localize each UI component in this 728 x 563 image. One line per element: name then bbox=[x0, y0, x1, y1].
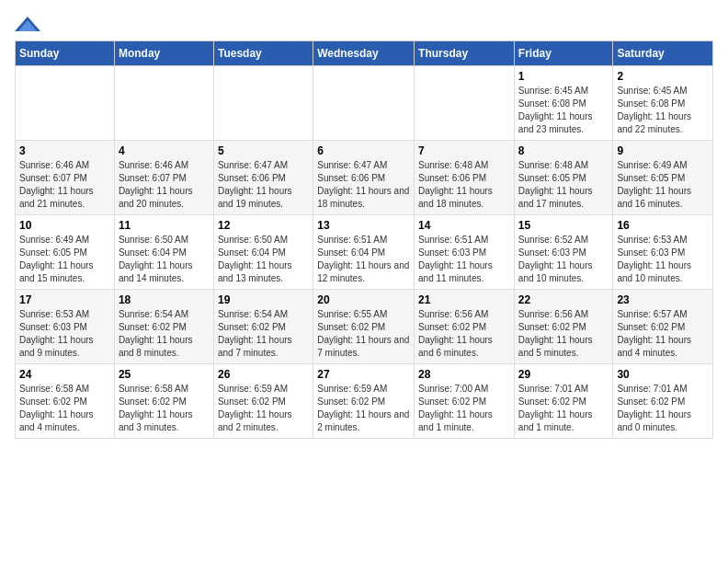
day-number: 4 bbox=[119, 144, 210, 157]
day-number: 22 bbox=[518, 293, 609, 306]
day-number: 25 bbox=[119, 368, 210, 381]
calendar-cell: 20Sunrise: 6:55 AM Sunset: 6:02 PM Dayli… bbox=[313, 290, 415, 364]
page-header bbox=[15, 15, 713, 33]
calendar-cell bbox=[213, 66, 313, 141]
day-info: Sunrise: 6:52 AM Sunset: 6:03 PM Dayligh… bbox=[518, 234, 609, 285]
day-info: Sunrise: 6:47 AM Sunset: 6:06 PM Dayligh… bbox=[317, 159, 410, 211]
calendar-cell: 29Sunrise: 7:01 AM Sunset: 6:02 PM Dayli… bbox=[514, 364, 613, 439]
day-number: 2 bbox=[617, 70, 709, 83]
day-info: Sunrise: 6:50 AM Sunset: 6:04 PM Dayligh… bbox=[218, 234, 309, 285]
day-number: 23 bbox=[617, 293, 709, 306]
day-number: 14 bbox=[418, 219, 510, 232]
day-info: Sunrise: 6:56 AM Sunset: 6:02 PM Dayligh… bbox=[518, 308, 609, 360]
weekday-header-tuesday: Tuesday bbox=[213, 41, 313, 66]
day-info: Sunrise: 6:47 AM Sunset: 6:06 PM Dayligh… bbox=[218, 159, 309, 211]
calendar-cell: 8Sunrise: 6:48 AM Sunset: 6:05 PM Daylig… bbox=[514, 141, 613, 215]
day-number: 26 bbox=[218, 368, 309, 381]
day-number: 27 bbox=[317, 368, 410, 381]
calendar-cell: 4Sunrise: 6:46 AM Sunset: 6:07 PM Daylig… bbox=[114, 141, 213, 215]
day-info: Sunrise: 6:45 AM Sunset: 6:08 PM Dayligh… bbox=[518, 85, 609, 136]
calendar-week-row: 3Sunrise: 6:46 AM Sunset: 6:07 PM Daylig… bbox=[16, 141, 713, 215]
day-number: 28 bbox=[418, 368, 510, 381]
calendar-cell: 7Sunrise: 6:48 AM Sunset: 6:06 PM Daylig… bbox=[415, 141, 515, 215]
day-info: Sunrise: 6:57 AM Sunset: 6:02 PM Dayligh… bbox=[617, 308, 709, 360]
weekday-header-thursday: Thursday bbox=[415, 41, 515, 66]
calendar-cell: 11Sunrise: 6:50 AM Sunset: 6:04 PM Dayli… bbox=[114, 215, 213, 290]
day-number: 10 bbox=[19, 219, 110, 232]
day-info: Sunrise: 7:01 AM Sunset: 6:02 PM Dayligh… bbox=[518, 383, 609, 434]
weekday-header-wednesday: Wednesday bbox=[313, 41, 415, 66]
calendar-cell: 19Sunrise: 6:54 AM Sunset: 6:02 PM Dayli… bbox=[213, 290, 313, 364]
day-info: Sunrise: 6:56 AM Sunset: 6:02 PM Dayligh… bbox=[418, 308, 510, 360]
calendar-cell: 16Sunrise: 6:53 AM Sunset: 6:03 PM Dayli… bbox=[613, 215, 713, 290]
day-number: 6 bbox=[317, 144, 410, 157]
calendar-week-row: 1Sunrise: 6:45 AM Sunset: 6:08 PM Daylig… bbox=[16, 66, 713, 141]
weekday-header-saturday: Saturday bbox=[613, 41, 713, 66]
weekday-header-monday: Monday bbox=[114, 41, 213, 66]
day-info: Sunrise: 6:59 AM Sunset: 6:02 PM Dayligh… bbox=[218, 383, 309, 434]
calendar-cell: 14Sunrise: 6:51 AM Sunset: 6:03 PM Dayli… bbox=[415, 215, 515, 290]
calendar-week-row: 10Sunrise: 6:49 AM Sunset: 6:05 PM Dayli… bbox=[16, 215, 713, 290]
day-number: 17 bbox=[19, 293, 110, 306]
calendar-cell: 26Sunrise: 6:59 AM Sunset: 6:02 PM Dayli… bbox=[213, 364, 313, 439]
day-number: 21 bbox=[418, 293, 510, 306]
day-number: 24 bbox=[19, 368, 110, 381]
day-number: 29 bbox=[518, 368, 609, 381]
weekday-header-friday: Friday bbox=[514, 41, 613, 66]
calendar-cell: 28Sunrise: 7:00 AM Sunset: 6:02 PM Dayli… bbox=[415, 364, 515, 439]
day-info: Sunrise: 6:55 AM Sunset: 6:02 PM Dayligh… bbox=[317, 308, 410, 360]
day-info: Sunrise: 6:48 AM Sunset: 6:06 PM Dayligh… bbox=[418, 159, 510, 211]
day-number: 30 bbox=[617, 368, 709, 381]
calendar-cell: 30Sunrise: 7:01 AM Sunset: 6:02 PM Dayli… bbox=[613, 364, 713, 439]
day-info: Sunrise: 6:53 AM Sunset: 6:03 PM Dayligh… bbox=[617, 234, 709, 285]
calendar-cell: 22Sunrise: 6:56 AM Sunset: 6:02 PM Dayli… bbox=[514, 290, 613, 364]
day-info: Sunrise: 6:46 AM Sunset: 6:07 PM Dayligh… bbox=[119, 159, 210, 211]
calendar-table: SundayMondayTuesdayWednesdayThursdayFrid… bbox=[15, 40, 713, 439]
logo-icon bbox=[15, 15, 40, 33]
day-number: 11 bbox=[119, 219, 210, 232]
calendar-cell bbox=[114, 66, 213, 141]
day-number: 15 bbox=[518, 219, 609, 232]
day-number: 20 bbox=[317, 293, 410, 306]
day-info: Sunrise: 6:51 AM Sunset: 6:03 PM Dayligh… bbox=[418, 234, 510, 285]
calendar-cell: 17Sunrise: 6:53 AM Sunset: 6:03 PM Dayli… bbox=[16, 290, 115, 364]
calendar-cell: 12Sunrise: 6:50 AM Sunset: 6:04 PM Dayli… bbox=[213, 215, 313, 290]
calendar-cell: 5Sunrise: 6:47 AM Sunset: 6:06 PM Daylig… bbox=[213, 141, 313, 215]
day-info: Sunrise: 6:45 AM Sunset: 6:08 PM Dayligh… bbox=[617, 85, 709, 136]
day-number: 12 bbox=[218, 219, 309, 232]
day-info: Sunrise: 6:54 AM Sunset: 6:02 PM Dayligh… bbox=[119, 308, 210, 360]
calendar-cell bbox=[415, 66, 515, 141]
day-number: 13 bbox=[317, 219, 410, 232]
day-info: Sunrise: 6:58 AM Sunset: 6:02 PM Dayligh… bbox=[19, 383, 110, 434]
day-info: Sunrise: 6:51 AM Sunset: 6:04 PM Dayligh… bbox=[317, 234, 410, 285]
calendar-cell: 23Sunrise: 6:57 AM Sunset: 6:02 PM Dayli… bbox=[613, 290, 713, 364]
day-number: 3 bbox=[19, 144, 110, 157]
calendar-cell: 25Sunrise: 6:58 AM Sunset: 6:02 PM Dayli… bbox=[114, 364, 213, 439]
day-number: 1 bbox=[518, 70, 609, 83]
day-info: Sunrise: 6:53 AM Sunset: 6:03 PM Dayligh… bbox=[19, 308, 110, 360]
day-info: Sunrise: 6:58 AM Sunset: 6:02 PM Dayligh… bbox=[119, 383, 210, 434]
calendar-cell: 15Sunrise: 6:52 AM Sunset: 6:03 PM Dayli… bbox=[514, 215, 613, 290]
day-info: Sunrise: 7:01 AM Sunset: 6:02 PM Dayligh… bbox=[617, 383, 709, 434]
day-number: 18 bbox=[119, 293, 210, 306]
calendar-cell: 9Sunrise: 6:49 AM Sunset: 6:05 PM Daylig… bbox=[613, 141, 713, 215]
day-number: 5 bbox=[218, 144, 309, 157]
day-info: Sunrise: 6:48 AM Sunset: 6:05 PM Dayligh… bbox=[518, 159, 609, 211]
day-info: Sunrise: 6:49 AM Sunset: 6:05 PM Dayligh… bbox=[19, 234, 110, 285]
calendar-cell: 24Sunrise: 6:58 AM Sunset: 6:02 PM Dayli… bbox=[16, 364, 115, 439]
day-number: 16 bbox=[617, 219, 709, 232]
day-number: 19 bbox=[218, 293, 309, 306]
calendar-cell: 6Sunrise: 6:47 AM Sunset: 6:06 PM Daylig… bbox=[313, 141, 415, 215]
calendar-cell: 1Sunrise: 6:45 AM Sunset: 6:08 PM Daylig… bbox=[514, 66, 613, 141]
weekday-header-sunday: Sunday bbox=[16, 41, 115, 66]
day-info: Sunrise: 6:50 AM Sunset: 6:04 PM Dayligh… bbox=[119, 234, 210, 285]
calendar-cell bbox=[16, 66, 115, 141]
day-number: 9 bbox=[617, 144, 709, 157]
day-number: 8 bbox=[518, 144, 609, 157]
logo bbox=[15, 15, 44, 33]
day-info: Sunrise: 6:49 AM Sunset: 6:05 PM Dayligh… bbox=[617, 159, 709, 211]
calendar-cell bbox=[313, 66, 415, 141]
day-info: Sunrise: 6:54 AM Sunset: 6:02 PM Dayligh… bbox=[218, 308, 309, 360]
calendar-cell: 3Sunrise: 6:46 AM Sunset: 6:07 PM Daylig… bbox=[16, 141, 115, 215]
calendar-week-row: 17Sunrise: 6:53 AM Sunset: 6:03 PM Dayli… bbox=[16, 290, 713, 364]
